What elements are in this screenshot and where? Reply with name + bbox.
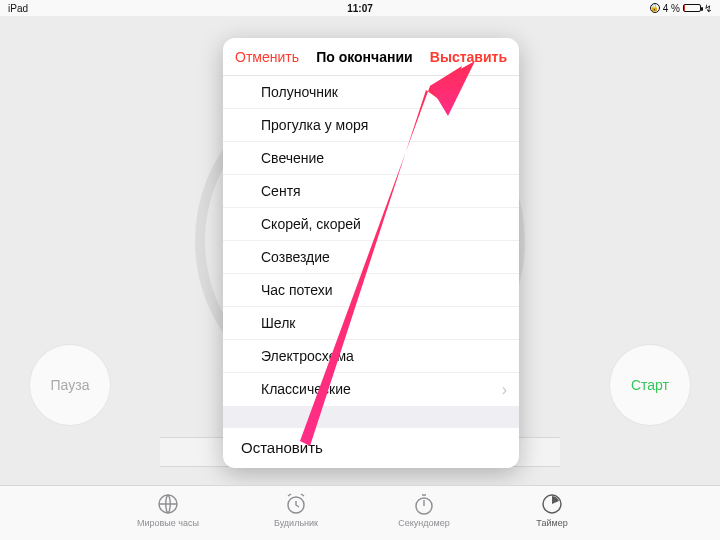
tab-bar: Мировые часы Будильник Секундомер Таймер [0,485,720,540]
list-item[interactable]: Полуночник [223,76,519,109]
section-gap [223,406,519,428]
pause-button[interactable]: Пауза [30,345,110,425]
popover-header: Отменить По окончании Выставить [223,38,519,76]
charging-icon: ↯ [704,3,712,14]
list-item[interactable]: Свечение [223,142,519,175]
clock-time: 11:07 [347,3,373,14]
chevron-right-icon: › [502,373,507,406]
tab-alarm[interactable]: Будильник [260,492,332,540]
status-right: 🔒 4 % ↯ [650,3,712,14]
list-item[interactable]: Шелк [223,307,519,340]
globe-icon [156,492,180,516]
classic-row[interactable]: Классические› [223,373,519,406]
tab-world-clock[interactable]: Мировые часы [132,492,204,540]
list-item[interactable]: Созвездие [223,241,519,274]
tab-stopwatch[interactable]: Секундомер [388,492,460,540]
sound-picker-popover: Отменить По окончании Выставить Полуночн… [223,38,519,468]
alarm-clock-icon [284,492,308,516]
start-button[interactable]: Старт [610,345,690,425]
done-button[interactable]: Выставить [430,49,507,65]
list-item[interactable]: Электросхема [223,340,519,373]
list-item[interactable]: Час потехи [223,274,519,307]
list-item[interactable]: Сентя [223,175,519,208]
status-bar: iPad 11:07 🔒 4 % ↯ [0,0,720,16]
battery-percent: 4 % [663,3,680,14]
popover-title: По окончании [316,49,412,65]
list-item[interactable]: Скорей, скорей [223,208,519,241]
tab-timer[interactable]: Таймер [516,492,588,540]
stop-playing-row[interactable]: Остановить [223,428,519,468]
battery-icon [683,4,701,12]
timer-screen: Пауза Старт ♪ Радар Отменить По окончани… [0,16,720,485]
cancel-button[interactable]: Отменить [235,49,299,65]
ringtone-list[interactable]: Полуночник Прогулка у моря Свечение Сент… [223,76,519,406]
timer-icon [540,492,564,516]
device-label: iPad [8,3,28,14]
list-item[interactable]: Прогулка у моря [223,109,519,142]
orientation-lock-icon: 🔒 [650,3,660,13]
stopwatch-icon [412,492,436,516]
